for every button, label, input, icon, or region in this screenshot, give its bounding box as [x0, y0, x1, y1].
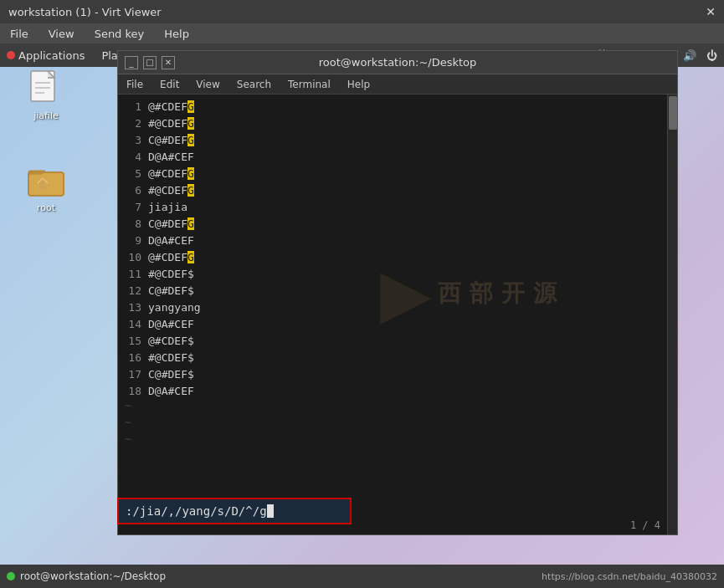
line-text: #@CDEFG: [148, 184, 194, 197]
table-row: 5@#CDEFG: [125, 165, 660, 182]
table-row: 2#@CDEFG: [125, 115, 660, 131]
line-text: D@A#CEF: [148, 385, 194, 397]
line-number: 9: [125, 234, 148, 247]
table-row: 10@#CDEFG: [125, 248, 660, 265]
scrollbar[interactable]: [667, 95, 677, 534]
table-row: 3C@#DEFG: [125, 131, 660, 148]
menu-help[interactable]: Help: [161, 28, 193, 40]
table-row: 1@#CDEFG: [125, 98, 660, 115]
term-menu-search[interactable]: Search: [234, 79, 275, 90]
line-number: 13: [125, 301, 148, 314]
terminal-title-buttons: _ □ ✕: [125, 56, 175, 69]
line-text: jiajia: [148, 201, 187, 213]
cursor: [267, 504, 274, 518]
tilde-line: ~: [125, 416, 660, 432]
terminal-content: 1@#CDEFG2#@CDEFG3C@#DEFG4D@A#CEF5@#CDEFG…: [118, 95, 677, 534]
line-number: 1: [125, 100, 148, 113]
line-number: 3: [125, 134, 148, 146]
line-text: @#CDEFG: [148, 251, 194, 263]
line-text: #@CDEF$: [148, 351, 194, 364]
term-menu-help[interactable]: Help: [344, 79, 373, 90]
line-text: C@#DEFG: [148, 134, 194, 146]
line-text: yangyang: [148, 301, 201, 314]
desktop-icon-root[interactable]: root: [17, 161, 75, 213]
close-icon[interactable]: ✕: [706, 5, 716, 18]
term-menu-file[interactable]: File: [123, 79, 146, 90]
table-row: 4D@A#CEF: [125, 148, 660, 165]
table-row: 13yangyang: [125, 299, 660, 315]
line-text: #@CDEFG: [148, 117, 194, 130]
line-text: C@#DEFG: [148, 217, 194, 230]
outer-title: workstation (1) - Virt Viewer: [8, 6, 162, 18]
terminal-window: _ □ ✕ root@workstation:~/Desktop File Ed…: [117, 50, 678, 535]
terminal-titlebar: _ □ ✕ root@workstation:~/Desktop: [118, 51, 677, 74]
line-text: D@A#CEF: [148, 318, 194, 330]
line-number: 11: [125, 268, 148, 280]
statusbar-left: root@workstation:~/Desktop: [7, 570, 166, 582]
line-number: 16: [125, 351, 148, 364]
tilde-line: ~: [125, 432, 660, 449]
line-number: 4: [125, 151, 148, 163]
line-text: @#CDEF$: [148, 335, 194, 347]
table-row: 18D@A#CEF: [125, 382, 660, 399]
folder-icon: [26, 161, 66, 201]
line-text: D@A#CEF: [148, 234, 194, 247]
table-row: 16#@CDEF$: [125, 349, 660, 366]
file-svg: [29, 69, 63, 108]
line-text: C@#DEF$: [148, 284, 194, 297]
desktop-icon-jiafile[interactable]: jiafile: [17, 69, 75, 121]
table-row: 8C@#DEFG: [125, 215, 660, 232]
command-text: :/jia/,/yang/s/D/^/g: [126, 504, 267, 518]
line-text: #@CDEF$: [148, 268, 194, 280]
line-number: 2: [125, 117, 148, 130]
line-number: 5: [125, 167, 148, 180]
terminal-status-icon: [7, 572, 15, 580]
command-input-area[interactable]: :/jia/,/yang/s/D/^/g: [117, 498, 352, 524]
page-indicator: 1 / 4: [630, 519, 660, 531]
line-number: 10: [125, 251, 148, 263]
line-text: @#CDEFG: [148, 167, 194, 180]
table-row: 15@#CDEF$: [125, 332, 660, 349]
maximize-button[interactable]: □: [143, 56, 157, 69]
line-text: @#CDEFG: [148, 100, 194, 113]
table-row: 7jiajia: [125, 198, 660, 215]
desktop: jiafile root _ □ ✕ root@workstation:~/De…: [0, 43, 724, 565]
term-menu-terminal[interactable]: Terminal: [285, 79, 334, 90]
line-number: 12: [125, 284, 148, 297]
line-text: C@#DEF$: [148, 368, 194, 381]
folder-svg: [27, 164, 65, 197]
term-menu-edit[interactable]: Edit: [157, 79, 182, 90]
menu-view[interactable]: View: [45, 28, 78, 40]
tilde-line: ~: [125, 399, 660, 416]
outer-menubar: File View Send key Help: [0, 23, 724, 43]
table-row: 12C@#DEF$: [125, 282, 660, 299]
jiafile-label: jiafile: [33, 110, 59, 121]
table-row: 11#@CDEF$: [125, 265, 660, 282]
statusbar-url: https://blog.csdn.net/baidu_40380032: [542, 571, 717, 582]
minimize-button[interactable]: _: [125, 56, 138, 69]
menu-file[interactable]: File: [7, 28, 32, 40]
line-number: 18: [125, 385, 148, 397]
statusbar-path: root@workstation:~/Desktop: [20, 570, 166, 582]
line-number: 15: [125, 335, 148, 347]
terminal-menubar: File Edit View Search Terminal Help: [118, 74, 677, 95]
outer-titlebar: workstation (1) - Virt Viewer ✕: [0, 0, 724, 23]
table-row: 17C@#DEF$: [125, 366, 660, 382]
table-row: 14D@A#CEF: [125, 315, 660, 332]
line-text: D@A#CEF: [148, 151, 194, 163]
menu-sendkey[interactable]: Send key: [91, 28, 148, 40]
line-number: 6: [125, 184, 148, 197]
line-number: 17: [125, 368, 148, 381]
line-number: 8: [125, 217, 148, 230]
line-number: 14: [125, 318, 148, 330]
table-row: 9D@A#CEF: [125, 232, 660, 248]
terminal-close-button[interactable]: ✕: [162, 56, 175, 69]
term-menu-view[interactable]: View: [193, 79, 223, 90]
root-label: root: [37, 202, 55, 213]
table-row: 6#@CDEFG: [125, 182, 660, 198]
scrollbar-thumb[interactable]: [669, 96, 677, 130]
terminal-body[interactable]: 1@#CDEFG2#@CDEFG3C@#DEFG4D@A#CEF5@#CDEFG…: [118, 95, 667, 534]
line-number: 7: [125, 201, 148, 213]
terminal-title: root@workstation:~/Desktop: [175, 56, 620, 69]
statusbar: root@workstation:~/Desktop https://blog.…: [0, 565, 724, 588]
